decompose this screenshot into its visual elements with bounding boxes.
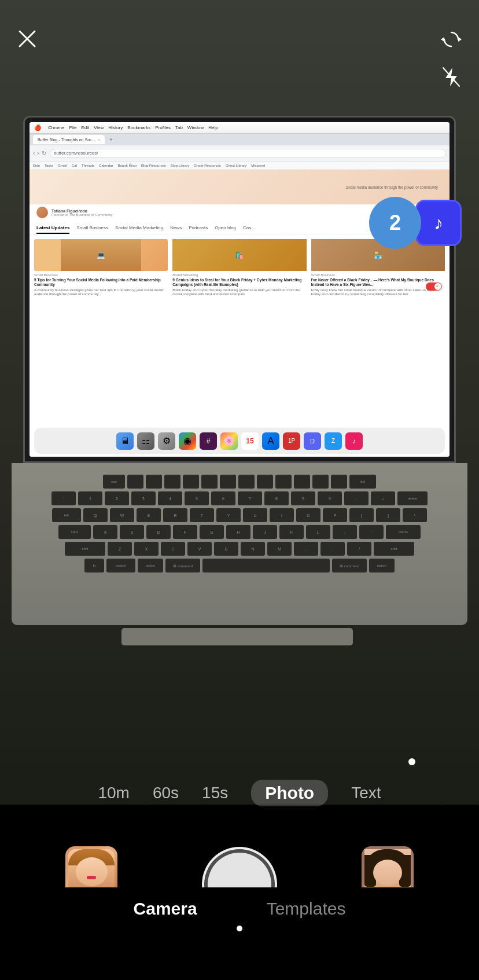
key-equals: = xyxy=(371,491,395,505)
bottom-tabs: Camera Templates xyxy=(134,899,346,919)
author-avatar xyxy=(36,207,48,218)
badge-number: 2 xyxy=(369,197,421,249)
key-h: H xyxy=(226,525,250,539)
flash-button[interactable] xyxy=(442,67,460,90)
key-q: Q xyxy=(83,508,108,522)
key-row-6: fn control option ⌘ command ⌘ command op… xyxy=(29,559,450,572)
key-8: 8 xyxy=(264,491,289,505)
nav-news[interactable]: News xyxy=(170,225,182,234)
tab-camera[interactable]: Camera xyxy=(134,899,197,919)
key-f8 xyxy=(257,475,273,489)
apple-logo: 🍎 xyxy=(34,124,41,131)
key-f3 xyxy=(164,475,180,489)
browser-tabs-bar: Buffer Blog - Thoughts on Soc... × + xyxy=(30,134,449,145)
nav-back[interactable]: ‹ xyxy=(33,150,35,156)
key-3: 3 xyxy=(131,491,156,505)
flip-camera-button[interactable] xyxy=(441,29,462,53)
mode-text[interactable]: Text xyxy=(351,784,381,802)
dock-photos-icon: 🌸 xyxy=(220,432,238,450)
mode-60s[interactable]: 60s xyxy=(153,784,179,802)
bookmark-ghost-library: Ghost-Library xyxy=(226,164,246,167)
tab-title: Buffer Blog - Thoughts on Soc... xyxy=(38,138,95,142)
key-comma: , xyxy=(294,542,318,556)
key-f5 xyxy=(201,475,218,489)
nav-small-business[interactable]: Small Business xyxy=(76,225,108,234)
bookmark-blog-resources: Blog-Resources xyxy=(141,164,166,167)
key-caps: caps xyxy=(58,525,91,539)
key-f10 xyxy=(294,475,310,489)
key-r: R xyxy=(163,508,187,522)
active-tab-indicator xyxy=(237,926,242,931)
key-4: 4 xyxy=(158,491,182,505)
dock-appstore-icon: A xyxy=(262,432,279,450)
nav-refresh[interactable]: ↻ xyxy=(42,150,46,156)
key-bracket-open: [ xyxy=(349,508,374,522)
card-desc-1: A community business strategist gives he… xyxy=(34,288,168,296)
key-e: E xyxy=(137,508,161,522)
key-quote: ' xyxy=(359,525,384,539)
svg-marker-2 xyxy=(458,37,462,42)
key-t: T xyxy=(190,508,214,522)
nav-podcasts[interactable]: Podcasts xyxy=(189,225,208,234)
key-f4 xyxy=(183,475,199,489)
menu-file: File xyxy=(69,125,76,130)
browser-tab: Buffer Blog - Thoughts on Soc... × xyxy=(33,135,105,144)
key-f2 xyxy=(146,475,162,489)
menu-bookmarks: Bookmarks xyxy=(127,125,150,130)
key-shift-right: shift xyxy=(374,542,414,556)
bookmarks-bar: Eide Tasks Gmail Cal Threads Calendar Bo… xyxy=(30,162,449,170)
key-row-2: ` 1 2 3 4 5 6 7 8 9 0 - = delete xyxy=(29,491,450,505)
key-w: W xyxy=(110,508,134,522)
close-button[interactable] xyxy=(17,29,37,52)
mode-photo[interactable]: Photo xyxy=(251,780,328,806)
key-m: M xyxy=(267,542,292,556)
menu-chrome: Chrome xyxy=(48,125,64,130)
close-icon xyxy=(17,29,37,49)
stars-decoration: ✦ ✧ xyxy=(404,278,421,289)
key-1: 1 xyxy=(78,491,102,505)
nav-case[interactable]: Cas... xyxy=(243,225,255,234)
url-bar[interactable]: buffer.com/resources/ xyxy=(50,149,446,158)
key-delete: del xyxy=(349,475,376,489)
nav-forward[interactable]: › xyxy=(37,150,39,156)
bookmark-threads: Threads xyxy=(82,164,94,167)
bookmark-gmail: Gmail xyxy=(58,164,67,167)
nav-latest[interactable]: Latest Updates xyxy=(36,225,69,234)
key-esc: esc xyxy=(103,475,125,489)
badge-icon-box: ♪ xyxy=(415,200,462,246)
notification-badge-container: 2 ♪ xyxy=(369,197,462,249)
dock-launchpad-icon: ⚏ xyxy=(137,432,154,450)
bookmark-tasks: Tasks xyxy=(45,164,53,167)
key-row-4: caps A S D F G H J K L ; ' return xyxy=(29,525,450,539)
key-shift-left: shift xyxy=(65,542,105,556)
blog-card-1: 💻 Small Business 5 Tips for Turning Your… xyxy=(34,239,168,296)
key-row-3: tab Q W E R T Y U I O P [ ] \ xyxy=(29,508,450,522)
toggle-switch: ✓ xyxy=(426,282,442,291)
key-f7 xyxy=(238,475,255,489)
key-command-right: ⌘ command xyxy=(332,559,367,572)
key-7: 7 xyxy=(238,491,262,505)
tab-templates[interactable]: Templates xyxy=(267,899,346,919)
laptop-screen: 🍎 Chrome File Edit View History Bookmark… xyxy=(30,122,449,457)
tab-close-btn[interactable]: × xyxy=(97,137,100,142)
key-space xyxy=(202,559,330,572)
svg-marker-3 xyxy=(441,37,444,42)
key-return: return xyxy=(386,525,421,539)
new-tab-btn[interactable]: + xyxy=(107,135,115,144)
dock-onepass-icon: 1P xyxy=(283,432,300,450)
url-text: buffer.com/resources/ xyxy=(54,151,98,156)
trackpad xyxy=(121,628,353,645)
key-k: K xyxy=(279,525,304,539)
key-f1 xyxy=(127,475,143,489)
laptop-display: 🍎 Chrome File Edit View History Bookmark… xyxy=(23,116,456,463)
mode-10m[interactable]: 10m xyxy=(98,784,129,802)
key-backslash: \ xyxy=(403,508,427,522)
dock-calendar-icon: 15 xyxy=(241,432,259,450)
nav-open-blog[interactable]: Open blog xyxy=(215,225,236,234)
card-tag-3: Small Business xyxy=(311,273,445,277)
face-oval xyxy=(76,857,108,886)
nav-social-media[interactable]: Social Media Marketing xyxy=(115,225,163,234)
mode-15s[interactable]: 15s xyxy=(202,784,228,802)
dock-chrome-icon: ◉ xyxy=(179,432,196,450)
author-name: Tatiana Figueiredo xyxy=(51,209,113,213)
